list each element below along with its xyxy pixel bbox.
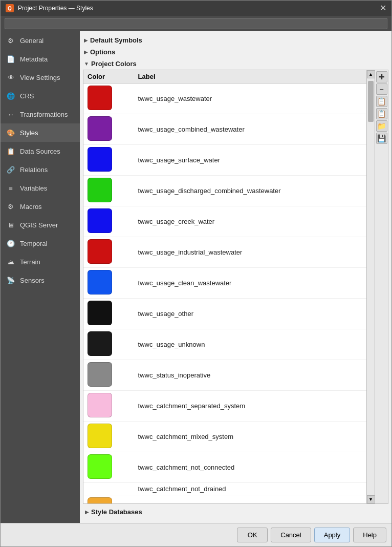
color-swatch[interactable] (88, 331, 112, 356)
color-swatch[interactable] (88, 362, 112, 387)
color-swatch[interactable] (88, 454, 112, 479)
color-swatch[interactable] (88, 147, 112, 172)
color-cell[interactable] (83, 237, 134, 268)
content-area: ▶ Default Symbols ▶ Options ▼ Project Co… (80, 31, 391, 523)
metadata-icon: 📄 (6, 54, 16, 64)
sidebar-label-metadata: Metadata (20, 55, 48, 63)
scroll-up-arrow[interactable]: ▲ (367, 70, 375, 78)
sidebar-label-macros: Macros (20, 203, 42, 211)
color-cell[interactable] (83, 176, 134, 206)
color-cell[interactable] (83, 206, 134, 237)
label-cell: twwc_catchment_separated_system (134, 391, 366, 422)
color-cell[interactable] (83, 83, 134, 114)
content-inner: ▶ Default Symbols ▶ Options ▼ Project Co… (80, 31, 391, 523)
label-cell: twwc_status_inoperative (134, 360, 366, 391)
apply-button[interactable]: Apply (314, 528, 351, 542)
bottom-bar: OK Cancel Apply Help (1, 523, 391, 546)
sidebar-item-variables[interactable]: ≡ Variables (1, 179, 80, 197)
remove-color-button[interactable]: − (376, 83, 387, 95)
color-swatch[interactable] (88, 393, 112, 417)
color-cell[interactable] (83, 495, 134, 504)
color-swatch[interactable] (88, 424, 112, 448)
color-cell[interactable] (83, 329, 134, 360)
copy2-button[interactable]: 📋 (376, 108, 387, 119)
save-button[interactable]: 💾 (376, 133, 387, 144)
label-cell: twwc_usage_clean_wastewater (134, 268, 366, 299)
copy1-button[interactable]: 📋 (376, 96, 387, 107)
export-button[interactable]: 📁 (376, 120, 387, 132)
color-swatch[interactable] (88, 86, 112, 110)
colors-table-wrapper[interactable]: Color Label twwc_usage_wastewatertwwc_us… (83, 70, 366, 503)
search-bar (1, 16, 391, 31)
add-color-button[interactable]: ✚ (376, 71, 387, 82)
table-row: twwc_catchment_not_drained (83, 483, 366, 495)
project-colors-triangle: ▼ (84, 61, 89, 67)
color-swatch[interactable] (88, 301, 112, 325)
project-colors-section: ▼ Project Colors Color Label (83, 58, 388, 504)
color-swatch[interactable] (88, 116, 112, 141)
sidebar-item-qgis-server[interactable]: 🖥 QGIS Server (1, 216, 80, 234)
sidebar-item-macros[interactable]: ⚙ Macros (1, 197, 80, 216)
data-sources-icon: 📋 (6, 146, 16, 156)
options-header[interactable]: ▶ Options (83, 46, 388, 58)
table-scrollbar[interactable]: ▲ ▼ (366, 70, 375, 503)
scroll-thumb[interactable] (368, 81, 374, 122)
sidebar-label-terrain: Terrain (20, 258, 40, 266)
color-cell[interactable] (83, 452, 134, 483)
table-row: twwc_usage_industrial_wastewater (83, 237, 366, 268)
color-cell[interactable] (83, 268, 134, 299)
label-cell: twwc_usage_industrial_wastewater (134, 237, 366, 268)
ok-button[interactable]: OK (237, 528, 268, 542)
table-row: twwc_catchment_separated_system (83, 391, 366, 422)
color-swatch[interactable] (88, 497, 112, 503)
color-cell[interactable] (83, 391, 134, 422)
sidebar-item-crs[interactable]: 🌐 CRS (1, 87, 80, 105)
label-cell: twwc_usage_unknown (134, 329, 366, 360)
label-cell: twwc_catchment_not_drained (134, 483, 366, 495)
col-label: Label (134, 70, 366, 83)
sidebar-item-relations[interactable]: 🔗 Relations (1, 160, 80, 179)
sidebar-item-transformations[interactable]: ↔ Transformations (1, 105, 80, 123)
cancel-button[interactable]: Cancel (271, 528, 311, 542)
scroll-down-arrow[interactable]: ▼ (367, 495, 375, 503)
color-swatch[interactable] (88, 270, 112, 294)
sidebar-item-terrain[interactable]: ⛰ Terrain (1, 253, 80, 271)
temporal-icon: 🕐 (6, 238, 16, 248)
label-cell: twwc_catchment_not_connected (134, 452, 366, 483)
sidebar-item-sensors[interactable]: 📡 Sensors (1, 271, 80, 289)
sidebar-label-transformations: Transformations (20, 111, 68, 118)
color-swatch[interactable] (88, 208, 112, 233)
sidebar-item-metadata[interactable]: 📄 Metadata (1, 50, 80, 68)
color-swatch[interactable] (88, 178, 112, 202)
style-databases-triangle: ▶ (85, 509, 89, 515)
sidebar-label-general: General (20, 37, 43, 45)
scroll-track[interactable] (367, 78, 375, 495)
label-cell: twwc_catchment_modified_system (134, 495, 366, 504)
macros-icon: ⚙ (6, 201, 16, 212)
table-row: twwc_usage_unknown (83, 329, 366, 360)
project-colors-header[interactable]: ▼ Project Colors (83, 58, 388, 70)
search-input[interactable] (5, 18, 387, 29)
color-cell[interactable] (83, 422, 134, 452)
style-databases-section: ▶ Style Databases (83, 504, 388, 520)
color-cell[interactable] (83, 483, 134, 495)
sidebar-item-styles[interactable]: 🎨 Styles (1, 123, 80, 142)
color-cell[interactable] (83, 145, 134, 176)
sidebar-item-general[interactable]: ⚙ General (1, 31, 80, 50)
sidebar-item-view-settings[interactable]: 👁 View Settings (1, 68, 80, 87)
style-databases-header[interactable]: ▶ Style Databases (84, 506, 387, 518)
close-button[interactable]: ✕ (380, 4, 386, 12)
options-triangle: ▶ (84, 49, 88, 55)
variables-icon: ≡ (6, 183, 16, 193)
color-cell[interactable] (83, 299, 134, 329)
default-symbols-header[interactable]: ▶ Default Symbols (83, 34, 388, 46)
color-swatch[interactable] (88, 239, 112, 264)
table-row: twwc_catchment_mixed_system (83, 422, 366, 452)
color-cell[interactable] (83, 360, 134, 391)
styles-icon: 🎨 (6, 128, 16, 138)
sidebar-label-crs: CRS (20, 92, 34, 100)
help-button[interactable]: Help (353, 528, 386, 542)
color-cell[interactable] (83, 114, 134, 145)
sidebar-item-data-sources[interactable]: 📋 Data Sources (1, 142, 80, 160)
sidebar-item-temporal[interactable]: 🕐 Temporal (1, 234, 80, 253)
